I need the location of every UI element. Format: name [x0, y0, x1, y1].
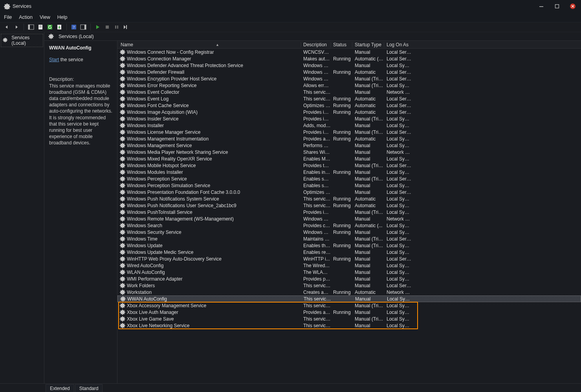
service-row[interactable]: Windows Push Notifications System Servic… — [117, 195, 581, 202]
show-hide-tree-button[interactable] — [27, 23, 35, 31]
service-row[interactable]: Windows Modules InstallerEnables inst...… — [117, 169, 581, 175]
service-row[interactable]: Windows Security ServiceWindows Se...Run… — [117, 229, 581, 235]
service-row[interactable]: Windows Event CollectorThis service ...M… — [117, 89, 581, 95]
col-header-logon[interactable]: Log On As — [384, 42, 412, 47]
panel-header: Services (Local) — [44, 32, 581, 41]
menu-action[interactable]: Action — [19, 15, 33, 20]
col-header-startup[interactable]: Startup Type — [352, 42, 384, 47]
gear-icon — [120, 170, 125, 175]
service-row[interactable]: Windows InstallerAdds, modi...ManualLoca… — [117, 122, 581, 129]
service-row[interactable]: Windows Connection ManagerMakes auto...R… — [117, 55, 581, 62]
service-status: Running — [331, 290, 352, 295]
stop-service-button[interactable] — [103, 23, 111, 31]
service-name: Windows Remote Management (WS-Management… — [127, 216, 234, 222]
start-service-link[interactable]: Start — [49, 57, 59, 62]
refresh-button[interactable] — [46, 23, 54, 31]
service-name: WLAN AutoConfig — [127, 270, 165, 275]
service-row[interactable]: Windows UpdateEnables the ...RunningManu… — [117, 242, 581, 249]
tree-root-item[interactable]: Services (Local) — [1, 34, 43, 47]
restart-service-button[interactable] — [122, 23, 130, 31]
pause-service-button[interactable] — [113, 23, 121, 31]
col-header-status[interactable]: Status — [331, 42, 352, 47]
service-row[interactable]: Windows Insider ServiceProvides inf...Ma… — [117, 115, 581, 122]
service-name: Windows Defender Firewall — [127, 69, 184, 75]
close-button[interactable] — [568, 2, 577, 11]
service-row[interactable]: WWAN AutoConfigThis service ...ManualLoc… — [117, 295, 581, 302]
service-row[interactable]: Windows Mobile Hotspot ServiceProvides t… — [117, 162, 581, 169]
properties-button[interactable] — [37, 23, 44, 31]
service-startup: Manual (Trig... — [352, 176, 384, 182]
service-startup: Manual (Trig... — [352, 116, 384, 122]
service-logon: Local Service — [384, 49, 412, 55]
maximize-button[interactable] — [553, 2, 561, 11]
menu-help[interactable]: Help — [57, 15, 68, 20]
service-row[interactable]: WMI Performance AdapterProvides pe...Man… — [117, 275, 581, 282]
col-header-name[interactable]: Name▲ — [117, 42, 301, 47]
svg-rect-13 — [81, 25, 86, 29]
export-list-button[interactable] — [55, 23, 63, 31]
service-status: Running — [331, 103, 352, 108]
back-button[interactable] — [3, 23, 11, 31]
gear-icon — [120, 190, 125, 195]
service-row[interactable]: Windows Management InstrumentationProvid… — [117, 135, 581, 142]
service-row[interactable]: WinHTTP Web Proxy Auto-Discovery Service… — [117, 255, 581, 262]
service-startup: Manual — [352, 270, 384, 275]
menu-file[interactable]: File — [4, 15, 12, 20]
service-row[interactable]: Xbox Accessory Management ServiceThis se… — [117, 302, 581, 309]
service-description: Optimizes p... — [301, 190, 331, 195]
svg-rect-10 — [57, 25, 61, 29]
service-row[interactable]: Xbox Live Auth ManagerProvides au...Runn… — [117, 309, 581, 315]
menu-view[interactable]: View — [40, 15, 50, 20]
show-hide-action-pane-button[interactable] — [79, 23, 87, 31]
minimize-button[interactable] — [537, 2, 546, 11]
service-row[interactable]: Windows Push Notifications User Service_… — [117, 202, 581, 209]
service-startup: Manual — [352, 230, 384, 235]
service-row[interactable]: Windows Perception Simulation ServiceEna… — [117, 182, 581, 189]
service-row[interactable]: Windows Image Acquisition (WIA)Provides … — [117, 109, 581, 115]
service-row[interactable]: Windows Mixed Reality OpenXR ServiceEnab… — [117, 155, 581, 162]
service-row[interactable]: Windows Error Reporting ServiceAllows er… — [117, 82, 581, 89]
titlebar[interactable]: Services — [0, 0, 581, 13]
service-row[interactable]: WLAN AutoConfigThe WLANS...ManualLocal S… — [117, 269, 581, 275]
service-startup: Manual — [352, 263, 384, 268]
service-logon: Local Syste... — [384, 250, 412, 255]
service-startup: Automatic — [352, 203, 384, 208]
col-header-description[interactable]: Description — [301, 42, 331, 47]
service-row[interactable]: Xbox Live Game SaveThis service ...Manua… — [117, 315, 581, 322]
service-row[interactable]: Windows SearchProvides co...RunningAutom… — [117, 222, 581, 229]
service-row[interactable]: Work FoldersThis service ...ManualLocal … — [117, 282, 581, 289]
service-row[interactable]: Windows Event LogThis service ...Running… — [117, 95, 581, 102]
service-row[interactable]: Windows License Manager ServiceProvides … — [117, 129, 581, 135]
service-row[interactable]: Windows Perception ServiceEnables spa...… — [117, 175, 581, 182]
service-row[interactable]: Windows Management ServicePerforms m...M… — [117, 142, 581, 149]
service-row[interactable]: Windows Media Player Network Sharing Ser… — [117, 149, 581, 155]
service-logon: Local Syste... — [384, 243, 412, 248]
service-startup: Manual — [352, 276, 384, 282]
service-row[interactable]: Windows Encryption Provider Host Service… — [117, 75, 581, 82]
service-row[interactable]: Windows Connect Now - Config RegistrarWC… — [117, 49, 581, 55]
service-row[interactable]: Windows Update Medic ServiceEnables rem.… — [117, 249, 581, 255]
service-row[interactable]: Windows PushToInstall ServiceProvides in… — [117, 209, 581, 215]
service-name: Xbox Live Networking Service — [127, 323, 189, 328]
service-row[interactable]: Windows Defender Advanced Threat Protect… — [117, 62, 581, 69]
service-row[interactable]: Windows Remote Management (WS-Management… — [117, 215, 581, 222]
service-row[interactable]: Windows TimeMaintains d...Manual (Trig..… — [117, 235, 581, 242]
tab-extended[interactable]: Extended — [46, 384, 74, 392]
service-row[interactable]: Xbox Live Networking ServiceThis service… — [117, 322, 581, 329]
service-status: Running — [331, 170, 352, 175]
forward-button[interactable] — [13, 23, 20, 31]
service-row[interactable]: Windows Defender FirewallWindows D...Run… — [117, 69, 581, 75]
service-startup: Manual (Trig... — [352, 129, 384, 135]
help-button[interactable]: ? — [70, 23, 78, 31]
service-startup: Manual — [352, 170, 384, 175]
service-row[interactable]: Windows Presentation Foundation Font Cac… — [117, 189, 581, 195]
tab-standard[interactable]: Standard — [75, 384, 103, 392]
service-description: This service ... — [301, 196, 331, 202]
service-logon: Local Syste... — [384, 123, 412, 128]
service-startup: Manual (Trig... — [352, 76, 384, 82]
tree-root-label: Services (Local) — [11, 35, 41, 46]
start-service-button[interactable] — [94, 23, 102, 31]
service-row[interactable]: Wired AutoConfigThe Wired A...ManualLoca… — [117, 262, 581, 269]
service-row[interactable]: Windows Font Cache ServiceOptimizes p...… — [117, 102, 581, 109]
service-row[interactable]: WorkstationCreates and...RunningAutomati… — [117, 289, 581, 295]
